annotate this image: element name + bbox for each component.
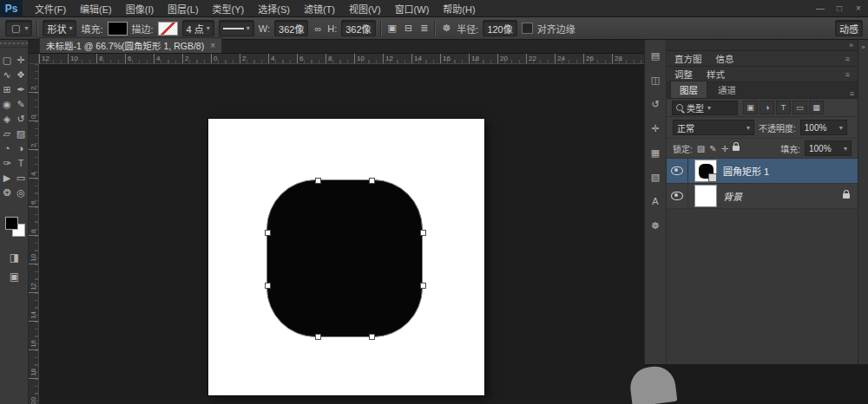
path-operations-icon[interactable]: ▣: [386, 23, 398, 34]
tool-button-12[interactable]: ◔: [0, 143, 14, 153]
tab-layers[interactable]: 图层: [670, 81, 707, 98]
toolbar-grip[interactable]: [0, 40, 28, 48]
tool-button-3[interactable]: ❖: [14, 69, 28, 80]
layer-row-background[interactable]: 背景: [667, 184, 858, 209]
menu-image[interactable]: 图像(I): [119, 2, 161, 16]
link-dimensions-icon[interactable]: ∞: [312, 23, 323, 34]
workspace-switcher[interactable]: 动感: [835, 20, 863, 36]
anchor-point-bottom-left[interactable]: [315, 334, 321, 340]
layer-name[interactable]: 圆角矩形 1: [723, 164, 769, 178]
tool-button-4[interactable]: ⊞: [0, 84, 14, 94]
canvas-viewport[interactable]: [39, 64, 644, 404]
collapsed-panel-icon-1[interactable]: ◫: [651, 75, 660, 85]
tab-styles[interactable]: 样式: [707, 68, 725, 81]
collapsed-panel-icon-0[interactable]: ▤: [651, 50, 660, 61]
radius-field[interactable]: 120像: [483, 20, 516, 36]
tool-button-6[interactable]: ◉: [0, 99, 14, 109]
menu-type[interactable]: 类型(Y): [206, 2, 252, 16]
anchor-point-bottom-right[interactable]: [369, 334, 375, 340]
tool-button-18[interactable]: ❂: [0, 187, 14, 198]
tool-button-19[interactable]: ◎: [14, 187, 28, 198]
quick-mask-button[interactable]: ◨: [0, 251, 29, 264]
tool-button-15[interactable]: T: [14, 158, 28, 168]
stroke-color-swatch[interactable]: [158, 22, 178, 36]
menu-window[interactable]: 窗口(W): [388, 2, 437, 16]
tool-button-17[interactable]: ▭: [14, 173, 28, 183]
anchor-point-right-bottom[interactable]: [420, 283, 426, 289]
tool-button-9[interactable]: ↺: [14, 114, 28, 124]
panel-menu-icon[interactable]: ≡: [845, 55, 850, 63]
path-alignment-icon[interactable]: ⊟: [403, 23, 414, 34]
fill-field[interactable]: 100% ▾: [805, 140, 852, 156]
path-arrangement-icon[interactable]: ≣: [418, 23, 430, 34]
tool-button-10[interactable]: ▱: [0, 128, 14, 139]
anchor-point-right-top[interactable]: [420, 230, 426, 236]
width-field[interactable]: 362像: [274, 20, 308, 36]
close-button[interactable]: ×: [849, 3, 868, 13]
close-tab-icon[interactable]: ×: [210, 41, 215, 50]
lock-transparency-icon[interactable]: ▨: [697, 144, 705, 153]
lock-pixels-icon[interactable]: ✎: [709, 144, 716, 153]
tab-info[interactable]: 信息: [716, 52, 734, 65]
document-tab[interactable]: 未标题-1 @ 66.7%(圆角矩形 1, RGB/8) ×: [39, 37, 222, 53]
collapsed-panel-icon-7[interactable]: ☸: [651, 220, 660, 231]
visibility-toggle[interactable]: [667, 184, 688, 208]
blend-mode-select[interactable]: 正常 ▾: [673, 120, 754, 135]
document-canvas[interactable]: [208, 119, 484, 395]
layer-thumbnail[interactable]: [694, 160, 717, 182]
opacity-field[interactable]: 100% ▾: [800, 120, 847, 135]
layer-filter-icon-4[interactable]: ▦: [809, 101, 824, 114]
stroke-width-field[interactable]: 4 点 ▾: [182, 20, 214, 36]
panel-menu-icon[interactable]: ≡: [845, 70, 850, 79]
tool-preset-picker[interactable]: ▢ ▾: [5, 20, 32, 36]
menu-layer[interactable]: 图层(L): [161, 2, 205, 16]
menu-view[interactable]: 视图(V): [342, 2, 388, 16]
menu-select[interactable]: 选择(S): [251, 2, 297, 16]
menu-edit[interactable]: 编辑(E): [73, 2, 119, 16]
tool-button-13[interactable]: ◑: [14, 143, 28, 153]
screen-mode-button[interactable]: ▣: [0, 270, 29, 283]
panel-menu-icon[interactable]: ≡: [850, 89, 854, 98]
menu-help[interactable]: 帮助(H): [436, 2, 482, 16]
layer-filter-select[interactable]: 类型 ▾: [672, 101, 738, 115]
tool-button-1[interactable]: ✛: [14, 55, 28, 65]
rounded-rectangle-shape[interactable]: [266, 179, 423, 337]
height-field[interactable]: 362像: [341, 20, 375, 36]
anchor-point-top-right[interactable]: [369, 178, 375, 184]
tab-adjustments[interactable]: 调整: [674, 68, 693, 81]
tool-button-8[interactable]: ◈: [0, 114, 14, 124]
layer-name[interactable]: 背景: [723, 189, 742, 203]
layer-filter-icon-2[interactable]: T: [776, 101, 791, 114]
anchor-point-left-bottom[interactable]: [265, 283, 271, 289]
anchor-point-top-left[interactable]: [315, 178, 321, 184]
layer-thumbnail[interactable]: [694, 185, 717, 207]
tab-channels[interactable]: 通道: [709, 81, 745, 98]
tool-button-7[interactable]: ✎: [14, 99, 28, 109]
stroke-style-select[interactable]: ▾: [219, 20, 254, 36]
tool-button-16[interactable]: ▶: [0, 173, 14, 183]
menu-file[interactable]: 文件(F): [28, 2, 73, 16]
lock-all-icon[interactable]: [733, 146, 740, 151]
collapsed-panel-icon-4[interactable]: ▦: [651, 147, 660, 158]
expand-dock-icon[interactable]: »: [861, 43, 865, 51]
tool-button-14[interactable]: ✑: [0, 158, 14, 168]
tool-button-0[interactable]: ▢: [0, 55, 14, 65]
menu-filter[interactable]: 滤镜(T): [297, 2, 342, 16]
collapse-dock-icon[interactable]: »: [849, 41, 853, 49]
lock-position-icon[interactable]: ✛: [721, 144, 728, 153]
maximize-button[interactable]: □: [830, 3, 849, 13]
fill-color-swatch[interactable]: [108, 22, 128, 36]
visibility-toggle[interactable]: [667, 159, 688, 183]
gear-icon[interactable]: ☸: [440, 23, 452, 34]
align-edges-checkbox[interactable]: [522, 23, 533, 34]
tool-button-2[interactable]: ∿: [0, 69, 14, 80]
tab-histogram[interactable]: 直方图: [674, 52, 702, 65]
layer-filter-icon-3[interactable]: ▭: [792, 101, 807, 114]
collapsed-panel-icon-2[interactable]: ↺: [651, 99, 659, 109]
tool-button-11[interactable]: ▨: [14, 128, 28, 139]
layer-filter-icon-0[interactable]: ▣: [743, 101, 758, 114]
collapsed-panel-icon-5[interactable]: ▧: [651, 172, 660, 182]
tool-mode-select[interactable]: 形状 ▾: [43, 20, 76, 36]
anchor-point-left-top[interactable]: [265, 230, 271, 236]
collapsed-panel-icon-3[interactable]: ✛: [651, 123, 659, 134]
